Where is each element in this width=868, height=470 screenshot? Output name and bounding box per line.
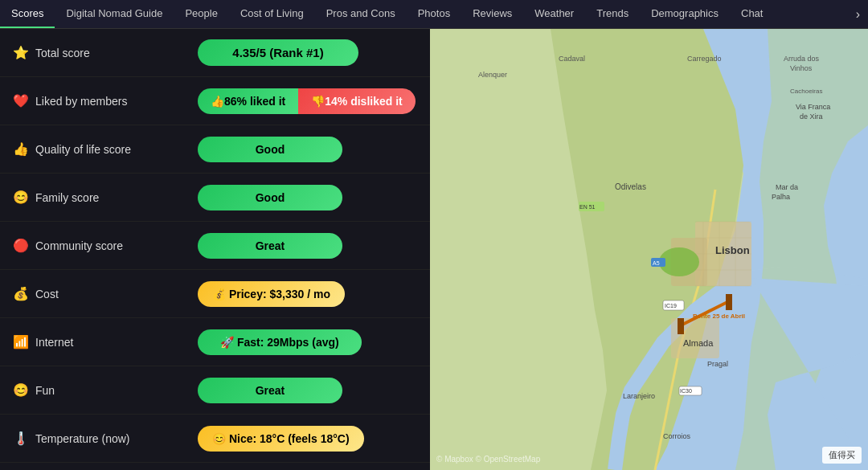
thumbsup-icon: 👍 xyxy=(13,141,29,157)
nav-pros-and-cons[interactable]: Pros and Cons xyxy=(315,0,407,28)
internet-value-area: 🚀 Fast: 29Mbps (avg) xyxy=(198,329,417,355)
score-label-community: 🔴 Community score xyxy=(13,238,198,253)
internet-pill: 🚀 Fast: 29Mbps (avg) xyxy=(198,329,362,355)
map-copyright: © Mapbox © OpenStreetMap xyxy=(436,455,540,464)
nav-weather[interactable]: Weather xyxy=(523,0,585,28)
svg-text:Carregado: Carregado xyxy=(687,55,722,63)
disliked-pct: 👎14% disliked it xyxy=(311,95,402,108)
cost-icon: 💰 xyxy=(13,286,29,301)
score-label-fun: 😊 Fun xyxy=(13,382,198,398)
main-content: ⭐ Total score 4.35/5 (Rank #1) ❤️ Liked … xyxy=(0,29,868,470)
nav-reviews[interactable]: Reviews xyxy=(461,0,523,28)
top-navigation: Scores Digital Nomad Guide People Cost o… xyxy=(0,0,868,29)
community-value: Great xyxy=(256,239,285,252)
cost-value-area: 💰 Pricey: $3,330 / mo xyxy=(198,281,417,307)
svg-text:Pragal: Pragal xyxy=(707,360,728,368)
svg-rect-17 xyxy=(726,294,732,310)
svg-rect-16 xyxy=(678,318,684,334)
svg-text:Palha: Palha xyxy=(772,193,790,201)
liked-label: Liked by members xyxy=(35,95,127,108)
fun-pill: Great xyxy=(198,378,342,403)
score-label-temperature: 🌡️ Temperature (now) xyxy=(13,431,198,446)
temperature-pill: 😊 Nice: 18°C (feels 18°C) xyxy=(198,426,364,452)
svg-text:Vinhos: Vinhos xyxy=(790,64,813,72)
score-row-temperature: 🌡️ Temperature (now) 😊 Nice: 18°C (feels… xyxy=(0,415,430,463)
score-row-cost: 💰 Cost 💰 Pricey: $3,330 / mo xyxy=(0,270,430,318)
nav-chat[interactable]: Chat xyxy=(730,0,774,28)
nav-demographics[interactable]: Demographics xyxy=(640,0,730,28)
map-watermark: 值得买 xyxy=(822,447,862,464)
nav-photos[interactable]: Photos xyxy=(407,0,461,28)
map-area[interactable]: Lisbon Almada Odivelas Pragal Laranjeiro… xyxy=(430,29,868,470)
temperature-value: 😊 Nice: 18°C (feels 18°C) xyxy=(212,432,350,445)
score-label-qol: 👍 Quality of life score xyxy=(13,141,198,157)
svg-text:Corroios: Corroios xyxy=(663,432,691,440)
family-value: Good xyxy=(256,191,285,204)
qol-label: Quality of life score xyxy=(35,143,131,156)
star-icon: ⭐ xyxy=(13,45,29,60)
liked-value-area: 👍86% liked it 👎14% disliked it xyxy=(198,88,417,114)
score-label-cost: 💰 Cost xyxy=(13,286,198,301)
cost-label: Cost xyxy=(35,288,59,300)
score-row-family: 😊 Family score Good xyxy=(0,174,430,222)
internet-value: 🚀 Fast: 29Mbps (avg) xyxy=(220,336,339,349)
score-label-family: 😊 Family score xyxy=(13,190,198,205)
total-score-pill: 4.35/5 (Rank #1) xyxy=(198,39,358,66)
liked-pct: 👍86% liked it xyxy=(211,95,285,108)
internet-label: Internet xyxy=(35,336,73,349)
internet-icon: 📶 xyxy=(13,334,29,349)
total-score-value-area: 4.35/5 (Rank #1) xyxy=(198,39,417,66)
score-row-fun: 😊 Fun Great xyxy=(0,366,430,415)
cost-pill: 💰 Pricey: $3,330 / mo xyxy=(198,281,345,307)
nav-trends[interactable]: Trends xyxy=(585,0,640,28)
liked-negative: 👎14% disliked it xyxy=(298,88,415,114)
svg-text:Alenquer: Alenquer xyxy=(478,71,507,79)
smile-icon: 😊 xyxy=(13,190,29,205)
svg-text:Cadaval: Cadaval xyxy=(559,55,585,63)
family-value-area: Good xyxy=(198,185,417,210)
nav-cost-of-living[interactable]: Cost of Living xyxy=(229,0,315,28)
qol-value-area: Good xyxy=(198,137,417,162)
nav-digital-nomad-guide[interactable]: Digital Nomad Guide xyxy=(55,0,174,28)
svg-text:IC30: IC30 xyxy=(680,388,692,394)
heart-icon: ❤️ xyxy=(13,93,29,108)
score-row-internet: 📶 Internet 🚀 Fast: 29Mbps (avg) xyxy=(0,318,430,366)
svg-text:de Xira: de Xira xyxy=(800,112,823,121)
score-row-humidity: 💧 Humidity (now) 😊 Comfy: 87% xyxy=(0,463,430,470)
svg-text:Mar da: Mar da xyxy=(776,183,798,191)
score-label-liked: ❤️ Liked by members xyxy=(13,93,198,108)
score-label-internet: 📶 Internet xyxy=(13,334,198,349)
community-pill: Great xyxy=(198,233,342,259)
svg-text:Almada: Almada xyxy=(683,338,714,348)
qol-value: Good xyxy=(256,143,285,156)
community-value-area: Great xyxy=(198,233,417,259)
total-score-value: 4.35/5 (Rank #1) xyxy=(232,46,323,59)
svg-text:EN 51: EN 51 xyxy=(579,204,596,210)
svg-text:Laranjeiro: Laranjeiro xyxy=(623,392,655,400)
svg-text:Arruda dos: Arruda dos xyxy=(784,55,820,63)
community-icon: 🔴 xyxy=(13,238,29,253)
nav-people[interactable]: People xyxy=(174,0,228,28)
family-label: Family score xyxy=(35,191,99,204)
score-row-liked: ❤️ Liked by members 👍86% liked it 👎14% d… xyxy=(0,77,430,125)
svg-text:Cachoeiras: Cachoeiras xyxy=(790,88,822,95)
nav-scores[interactable]: Scores xyxy=(0,0,55,28)
fun-icon: 😊 xyxy=(13,382,29,398)
liked-split: 👍86% liked it 👎14% disliked it xyxy=(198,88,416,114)
temperature-value-area: 😊 Nice: 18°C (feels 18°C) xyxy=(198,426,417,452)
score-label-total: ⭐ Total score xyxy=(13,45,198,60)
qol-pill: Good xyxy=(198,137,342,162)
score-row-qol: 👍 Quality of life score Good xyxy=(0,125,430,174)
family-pill: Good xyxy=(198,185,342,210)
total-score-label: Total score xyxy=(35,47,90,59)
svg-text:Lisbon: Lisbon xyxy=(715,244,750,256)
cost-value: 💰 Pricey: $3,330 / mo xyxy=(212,288,330,300)
score-row-total: ⭐ Total score 4.35/5 (Rank #1) xyxy=(0,29,430,77)
score-row-community: 🔴 Community score Great xyxy=(0,222,430,270)
nav-next-arrow[interactable]: › xyxy=(848,0,868,28)
svg-text:Odivelas: Odivelas xyxy=(615,182,646,191)
liked-positive: 👍86% liked it xyxy=(198,88,298,114)
svg-text:Via Franca: Via Franca xyxy=(796,103,830,111)
fun-label: Fun xyxy=(35,384,55,397)
community-label: Community score xyxy=(35,239,123,252)
